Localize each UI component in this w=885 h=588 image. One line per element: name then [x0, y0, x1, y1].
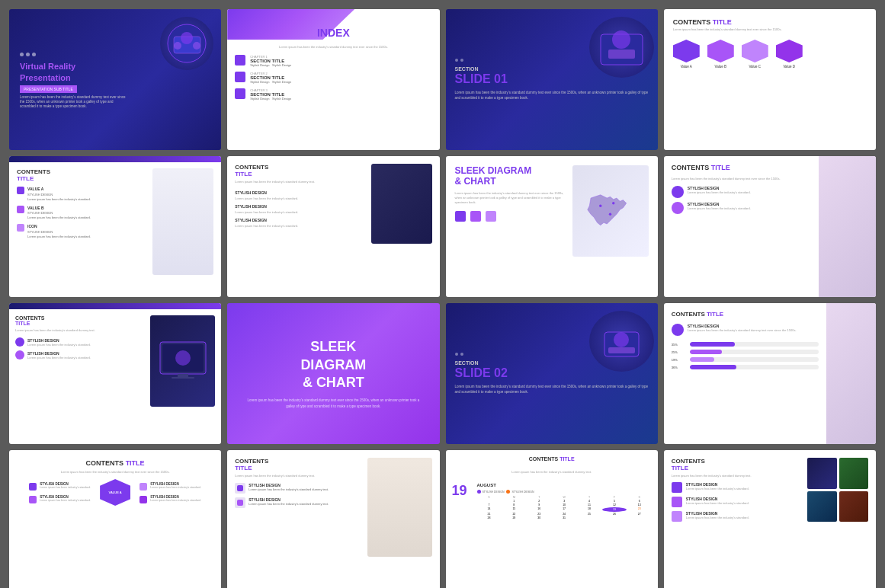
item-icon [15, 350, 24, 360]
monitor-image [150, 315, 215, 407]
tag-text: Lorem ipsum has been the industry's stan… [235, 210, 364, 214]
slide-6[interactable]: CONTENTS TITLE Lorem ipsum has been the … [227, 156, 439, 297]
chapter-1: CHAPTER 1 SECTION TITLE Stylish Design S… [235, 55, 431, 67]
slide-2[interactable]: INDEX Lorem ipsum has been the industry'… [227, 9, 439, 150]
body-text: Lorem ipsum has been the industry's stan… [672, 177, 868, 181]
cal-cell: 5 [602, 500, 627, 503]
design-text: Lorem ipsum has been the industry's stan… [686, 516, 749, 520]
cal-cell [477, 500, 502, 503]
list-item: ICON STYLISH DESIGN Lorem ipsum has been… [17, 224, 146, 239]
svg-point-13 [175, 350, 191, 366]
sd-title: SLEEK DIAGRAM & CHART [300, 338, 366, 391]
calendar-month: AUGUST [477, 483, 652, 487]
bar-fill [690, 365, 736, 369]
design-text: Lorem ipsum has been the industry's stan… [686, 501, 749, 506]
ct-title-highlight: TITLE [711, 164, 730, 171]
design-icon [139, 496, 147, 503]
slide-16[interactable]: CONTENTS TITLE Lorem ipsum has been the … [664, 450, 876, 588]
slide-10[interactable]: SLEEK DIAGRAM & CHART Lorem ipsum has be… [227, 303, 439, 444]
tag-text: Lorem ipsum has been the industry's stan… [235, 224, 364, 228]
svg-rect-18 [608, 347, 635, 353]
bar-row: 36% [672, 365, 819, 369]
hex-layout: STYLISH DESIGN Lorem ipsum has been indu… [18, 479, 212, 506]
bar-fill [690, 350, 722, 354]
body-text: Lorem ipsum has been the industry's stan… [673, 27, 782, 32]
slide-grid: Virtual Reality Presentation PRESENTATIO… [9, 9, 876, 588]
list-item: VALUE B STYLISH DESIGN Lorem ipsum has b… [17, 206, 146, 221]
right-col: STYLISH DESIGN Lorem ipsum has been indu… [139, 482, 201, 503]
design-text: Lorem ipsum has been the industry's stan… [688, 328, 797, 333]
item-icon-inner [237, 485, 243, 491]
ct-title-highlight: TITLE [713, 18, 732, 26]
cal-cell: 8 [502, 503, 526, 507]
section-illustration [589, 311, 654, 372]
dot [460, 353, 463, 356]
cal-cell: 7 [477, 503, 502, 507]
design-icon [672, 482, 682, 493]
ct-title: CONTENTS TITLE [672, 458, 801, 471]
design-block: STYLISH DESIGN Lorem ipsum has been indu… [139, 482, 201, 491]
design-icon [29, 496, 37, 503]
bar-track [690, 342, 819, 347]
slide-8[interactable]: CONTENTS TITLE Lorem ipsum has been the … [664, 156, 876, 297]
slide-11[interactable]: SECTION SLIDE 02 Lorem ipsum has been th… [446, 303, 658, 444]
chapter-2: CHAPTER 2 SECTION TITLE Stylish Design S… [235, 72, 431, 84]
top-strip [9, 303, 221, 309]
cal-header: M [502, 496, 526, 499]
slide-15[interactable]: CONTENTS TITLE Lorem ipsum has been the … [446, 450, 658, 588]
slide-14[interactable]: CONTENTS TITLE Lorem ipsum has been the … [227, 450, 439, 588]
item-title: VALUE A [27, 187, 91, 193]
cal-cell-highlight: 19 [602, 507, 627, 512]
sub-item: Stylish Design Stylish Design [250, 63, 291, 67]
tag-item: STYLISH DESIGN Lorem ipsum has been the … [235, 204, 364, 214]
item-text: Lorem ipsum has been the industry's stan… [27, 343, 91, 347]
hex-a [673, 40, 700, 62]
hex-item-b: Value B [707, 40, 734, 69]
design-block: STYLISH DESIGN Lorem ipsum has been the … [672, 202, 868, 214]
legend-label: STYLISH DESIGN [483, 491, 505, 494]
body-text: Lorem ipsum has been the industry's stan… [672, 474, 801, 478]
cal-cell: 22 [502, 513, 526, 516]
slide-7[interactable]: SLEEK DIAGRAM& CHART Lorem ipsum has bee… [446, 156, 658, 297]
body-text: Lorem ipsum has been the industry's stan… [455, 191, 565, 205]
subtitle-bar: PRESENTATION SUB TITLE [20, 85, 77, 93]
dot [455, 353, 458, 356]
slide-5[interactable]: CONTENTS TITLE VALUE A STYLISH DESIGN Lo… [9, 156, 221, 297]
bar-row: 25% [672, 350, 819, 354]
ct-title: CONTENTS TITLE [672, 311, 819, 318]
bar-row: 35% [672, 342, 819, 347]
cal-cell: 3 [552, 500, 576, 503]
cal-cell: 31 [552, 516, 576, 519]
index-title: INDEX [235, 21, 431, 39]
design-icon [29, 483, 37, 491]
cal-cell: 10 [552, 503, 576, 507]
dot [455, 59, 458, 62]
slide-3[interactable]: SECTION SLIDE 01 Lorem ipsum has been th… [446, 9, 658, 150]
dot [460, 59, 463, 62]
ct-title: CONTENTS TITLE [18, 459, 212, 467]
slide-title: Virtual Reality Presentation [20, 61, 127, 83]
icon-item [455, 211, 466, 222]
ct-title: CONTENTS TITLE [235, 164, 364, 177]
slide-4[interactable]: CONTENTS TITLE Lorem ipsum has been the … [664, 9, 876, 150]
slide-12[interactable]: CONTENTS TITLE STYLISH DESIGN Lorem ipsu… [664, 303, 876, 444]
face-image [371, 164, 432, 244]
list-item: VALUE A STYLISH DESIGN Lorem ipsum has b… [17, 187, 146, 202]
legend-item: STYLISH DESIGN [506, 490, 534, 494]
cal-header: T [577, 496, 601, 499]
slide-13[interactable]: CONTENTS TITLE Lorem ipsum has been the … [9, 450, 221, 588]
cal-cell: 12 [602, 503, 627, 507]
slide-1[interactable]: Virtual Reality Presentation PRESENTATIO… [9, 9, 221, 150]
design-block: STYLISH DESIGN Lorem ipsum has been indu… [29, 482, 91, 491]
item-desc: Lorem ipsum has been the industry's stan… [27, 197, 91, 202]
cal-cell: 29 [502, 516, 526, 519]
item-icon [235, 483, 245, 494]
hex-item-c: Value C [742, 40, 768, 69]
legend-item: STYLISH DESIGN [477, 490, 505, 494]
design-block: STYLISH DESIGN Lorem ipsum has been the … [672, 497, 801, 507]
items-section: STYLISH DESIGN Lorem ipsum has been the … [235, 483, 361, 508]
slide-9[interactable]: CONTENTS TITLE Lorem ipsum has been the … [9, 303, 221, 444]
design-icon [139, 483, 147, 491]
vr-illustration [160, 17, 213, 70]
list-item: STYLISH DESIGN Lorem ipsum has been the … [235, 497, 361, 508]
